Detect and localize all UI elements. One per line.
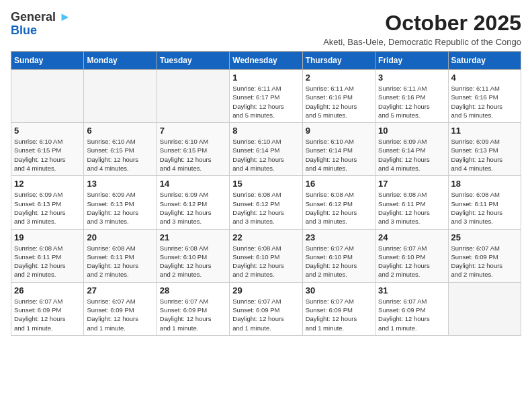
day-cell (11, 70, 84, 123)
day-cell: 6Sunrise: 6:10 AM Sunset: 6:15 PM Daylig… (84, 123, 157, 176)
day-number: 28 (160, 285, 226, 295)
day-info: Sunrise: 6:08 AM Sunset: 6:10 PM Dayligh… (160, 244, 226, 279)
logo-blue-text: Blue (11, 24, 37, 38)
day-number: 22 (232, 232, 299, 242)
col-header-saturday: Saturday (448, 52, 521, 70)
month-title: October 2025 (323, 11, 521, 36)
day-number: 23 (306, 232, 372, 242)
calendar-header: SundayMondayTuesdayWednesdayThursdayFrid… (11, 52, 521, 70)
logo-arrow-icon: ► (59, 10, 71, 24)
day-cell: 8Sunrise: 6:10 AM Sunset: 6:14 PM Daylig… (230, 123, 302, 176)
day-number: 12 (14, 179, 81, 189)
day-number: 3 (378, 73, 445, 83)
day-number: 5 (14, 126, 81, 136)
day-info: Sunrise: 6:08 AM Sunset: 6:11 PM Dayligh… (451, 190, 518, 226)
day-number: 24 (378, 232, 445, 242)
day-cell: 12Sunrise: 6:09 AM Sunset: 6:13 PM Dayli… (11, 176, 84, 229)
day-number: 9 (306, 126, 372, 136)
day-cell: 23Sunrise: 6:07 AM Sunset: 6:10 PM Dayli… (302, 229, 375, 282)
day-info: Sunrise: 6:08 AM Sunset: 6:12 PM Dayligh… (232, 190, 299, 226)
day-cell: 28Sunrise: 6:07 AM Sunset: 6:09 PM Dayli… (157, 282, 229, 335)
day-cell: 15Sunrise: 6:08 AM Sunset: 6:12 PM Dayli… (230, 176, 302, 229)
day-info: Sunrise: 6:08 AM Sunset: 6:10 PM Dayligh… (232, 244, 299, 279)
day-number: 6 (87, 126, 153, 136)
day-number: 25 (451, 232, 518, 242)
day-info: Sunrise: 6:09 AM Sunset: 6:14 PM Dayligh… (378, 137, 445, 173)
day-number: 4 (451, 73, 518, 83)
day-info: Sunrise: 6:07 AM Sunset: 6:10 PM Dayligh… (306, 244, 372, 279)
day-info: Sunrise: 6:10 AM Sunset: 6:15 PM Dayligh… (160, 137, 226, 173)
day-number: 15 (232, 179, 299, 189)
week-row-2: 5Sunrise: 6:10 AM Sunset: 6:15 PM Daylig… (11, 123, 521, 176)
day-info: Sunrise: 6:10 AM Sunset: 6:14 PM Dayligh… (306, 137, 372, 173)
day-cell: 21Sunrise: 6:08 AM Sunset: 6:10 PM Dayli… (157, 229, 229, 282)
day-number: 20 (87, 232, 153, 242)
col-header-wednesday: Wednesday (230, 52, 302, 70)
logo-general-text: General (11, 10, 56, 24)
day-info: Sunrise: 6:11 AM Sunset: 6:17 PM Dayligh… (232, 84, 299, 120)
day-number: 7 (160, 126, 226, 136)
week-row-4: 19Sunrise: 6:08 AM Sunset: 6:11 PM Dayli… (11, 229, 521, 282)
day-cell: 2Sunrise: 6:11 AM Sunset: 6:16 PM Daylig… (302, 70, 375, 123)
day-cell: 13Sunrise: 6:09 AM Sunset: 6:13 PM Dayli… (84, 176, 157, 229)
day-cell: 31Sunrise: 6:07 AM Sunset: 6:09 PM Dayli… (375, 282, 448, 335)
day-cell: 27Sunrise: 6:07 AM Sunset: 6:09 PM Dayli… (84, 282, 157, 335)
day-cell: 20Sunrise: 6:08 AM Sunset: 6:11 PM Dayli… (84, 229, 157, 282)
day-number: 19 (14, 232, 81, 242)
day-cell (157, 70, 229, 123)
day-cell: 11Sunrise: 6:09 AM Sunset: 6:13 PM Dayli… (448, 123, 521, 176)
day-number: 17 (378, 179, 445, 189)
day-info: Sunrise: 6:07 AM Sunset: 6:09 PM Dayligh… (160, 297, 226, 332)
day-info: Sunrise: 6:09 AM Sunset: 6:13 PM Dayligh… (14, 190, 81, 226)
day-cell: 29Sunrise: 6:07 AM Sunset: 6:09 PM Dayli… (230, 282, 302, 335)
day-cell: 14Sunrise: 6:09 AM Sunset: 6:12 PM Dayli… (157, 176, 229, 229)
day-number: 11 (451, 126, 518, 136)
day-number: 14 (160, 179, 226, 189)
day-cell: 17Sunrise: 6:08 AM Sunset: 6:11 PM Dayli… (375, 176, 448, 229)
day-cell: 9Sunrise: 6:10 AM Sunset: 6:14 PM Daylig… (302, 123, 375, 176)
day-info: Sunrise: 6:09 AM Sunset: 6:12 PM Dayligh… (160, 190, 226, 226)
col-header-thursday: Thursday (302, 52, 375, 70)
col-header-tuesday: Tuesday (157, 52, 229, 70)
day-number: 2 (306, 73, 372, 83)
day-info: Sunrise: 6:11 AM Sunset: 6:16 PM Dayligh… (451, 84, 518, 120)
day-info: Sunrise: 6:11 AM Sunset: 6:16 PM Dayligh… (378, 84, 445, 120)
calendar-table: SundayMondayTuesdayWednesdayThursdayFrid… (11, 51, 521, 336)
day-info: Sunrise: 6:09 AM Sunset: 6:13 PM Dayligh… (451, 137, 518, 173)
day-number: 13 (87, 179, 153, 189)
day-info: Sunrise: 6:10 AM Sunset: 6:15 PM Dayligh… (87, 137, 153, 173)
day-cell: 4Sunrise: 6:11 AM Sunset: 6:16 PM Daylig… (448, 70, 521, 123)
day-info: Sunrise: 6:08 AM Sunset: 6:11 PM Dayligh… (87, 244, 153, 279)
day-number: 27 (87, 285, 153, 295)
day-number: 10 (378, 126, 445, 136)
day-number: 1 (232, 73, 299, 83)
day-cell: 5Sunrise: 6:10 AM Sunset: 6:15 PM Daylig… (11, 123, 84, 176)
day-cell: 30Sunrise: 6:07 AM Sunset: 6:09 PM Dayli… (302, 282, 375, 335)
col-header-friday: Friday (375, 52, 448, 70)
day-number: 18 (451, 179, 518, 189)
page-header: General ► Blue October 2025 Aketi, Bas-U… (11, 11, 521, 47)
day-cell: 1Sunrise: 6:11 AM Sunset: 6:17 PM Daylig… (230, 70, 302, 123)
day-info: Sunrise: 6:10 AM Sunset: 6:14 PM Dayligh… (232, 137, 299, 173)
day-info: Sunrise: 6:07 AM Sunset: 6:09 PM Dayligh… (14, 297, 81, 332)
week-row-5: 26Sunrise: 6:07 AM Sunset: 6:09 PM Dayli… (11, 282, 521, 335)
day-info: Sunrise: 6:09 AM Sunset: 6:13 PM Dayligh… (87, 190, 153, 226)
week-row-3: 12Sunrise: 6:09 AM Sunset: 6:13 PM Dayli… (11, 176, 521, 229)
day-info: Sunrise: 6:07 AM Sunset: 6:09 PM Dayligh… (306, 297, 372, 332)
col-header-sunday: Sunday (11, 52, 84, 70)
day-info: Sunrise: 6:10 AM Sunset: 6:15 PM Dayligh… (14, 137, 81, 173)
day-cell: 25Sunrise: 6:07 AM Sunset: 6:09 PM Dayli… (448, 229, 521, 282)
day-number: 16 (306, 179, 372, 189)
day-info: Sunrise: 6:08 AM Sunset: 6:11 PM Dayligh… (378, 190, 445, 226)
day-cell: 10Sunrise: 6:09 AM Sunset: 6:14 PM Dayli… (375, 123, 448, 176)
location-subtitle: Aketi, Bas-Uele, Democratic Republic of … (323, 37, 521, 47)
day-info: Sunrise: 6:08 AM Sunset: 6:12 PM Dayligh… (306, 190, 372, 226)
day-info: Sunrise: 6:07 AM Sunset: 6:09 PM Dayligh… (87, 297, 153, 332)
day-cell: 3Sunrise: 6:11 AM Sunset: 6:16 PM Daylig… (375, 70, 448, 123)
day-cell: 18Sunrise: 6:08 AM Sunset: 6:11 PM Dayli… (448, 176, 521, 229)
day-info: Sunrise: 6:07 AM Sunset: 6:10 PM Dayligh… (378, 244, 445, 279)
day-info: Sunrise: 6:07 AM Sunset: 6:09 PM Dayligh… (232, 297, 299, 332)
day-number: 29 (232, 285, 299, 295)
title-block: October 2025 Aketi, Bas-Uele, Democratic… (323, 11, 521, 47)
day-cell (84, 70, 157, 123)
